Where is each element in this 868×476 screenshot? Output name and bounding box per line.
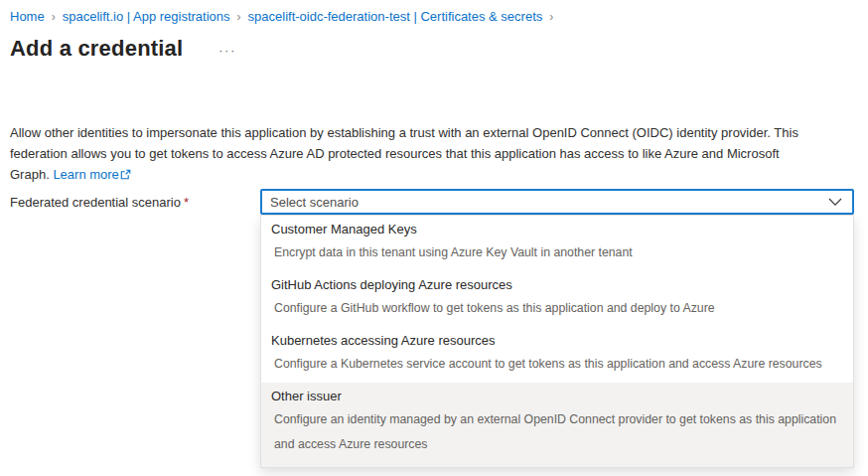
breadcrumb-separator: › bbox=[52, 10, 56, 24]
option-description: Configure a Kubernetes service account t… bbox=[271, 352, 843, 377]
learn-more-link[interactable]: Learn more bbox=[53, 167, 130, 182]
scenario-dropdown-list: Customer Managed Keys Encrypt data in th… bbox=[260, 215, 854, 468]
required-marker: * bbox=[184, 195, 189, 210]
breadcrumb-link-home[interactable]: Home bbox=[10, 9, 45, 24]
breadcrumb-separator: › bbox=[549, 10, 553, 24]
breadcrumb: Home › spacelift.io | App registrations … bbox=[10, 9, 553, 24]
option-description: Configure a GitHub workflow to get token… bbox=[271, 296, 843, 321]
breadcrumb-link-app-registrations[interactable]: spacelift.io | App registrations bbox=[63, 9, 230, 24]
federated-credential-scenario-label: Federated credential scenario* bbox=[10, 195, 189, 210]
chevron-down-icon bbox=[828, 193, 842, 211]
option-description: Configure an identity managed by an exte… bbox=[271, 407, 843, 457]
more-options-button[interactable]: ··· bbox=[218, 41, 236, 57]
option-description: Encrypt data in this tenant using Azure … bbox=[271, 240, 843, 265]
external-link-icon bbox=[120, 165, 131, 186]
option-customer-managed-keys[interactable]: Customer Managed Keys Encrypt data in th… bbox=[261, 216, 853, 271]
scenario-combobox[interactable]: Select scenario bbox=[260, 189, 854, 215]
option-title: GitHub Actions deploying Azure resources bbox=[271, 276, 843, 294]
combobox-placeholder: Select scenario bbox=[270, 195, 359, 210]
option-title: Kubernetes accessing Azure resources bbox=[271, 332, 843, 350]
breadcrumb-link-certificates-secrets[interactable]: spacelift-oidc-federation-test | Certifi… bbox=[248, 9, 543, 24]
option-title: Customer Managed Keys bbox=[271, 221, 843, 238]
option-github-actions[interactable]: GitHub Actions deploying Azure resources… bbox=[261, 271, 853, 327]
option-kubernetes[interactable]: Kubernetes accessing Azure resources Con… bbox=[261, 327, 853, 383]
page-title: Add a credential bbox=[10, 36, 183, 62]
intro-text: Allow other identities to impersonate th… bbox=[10, 122, 810, 186]
breadcrumb-separator: › bbox=[237, 10, 241, 24]
option-other-issuer[interactable]: Other issuer Configure an identity manag… bbox=[261, 383, 853, 467]
option-title: Other issuer bbox=[271, 388, 843, 405]
